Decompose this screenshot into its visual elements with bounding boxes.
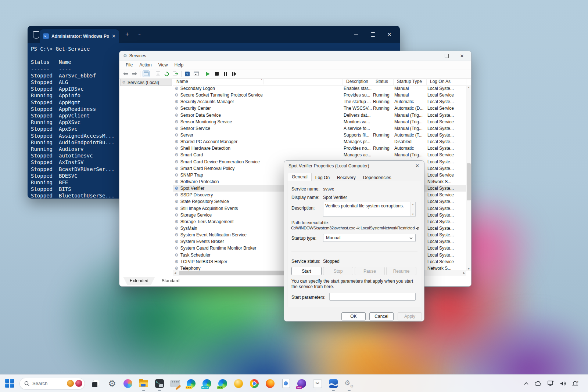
service-logon-cell: Local Service xyxy=(427,119,466,124)
service-row[interactable]: ⚙Shell Hardware DetectionProvides no...R… xyxy=(173,145,466,152)
terminal-tab[interactable]: >_ Administrator: Windows Powe ✕ xyxy=(40,29,119,43)
start-button[interactable]: Start xyxy=(291,267,322,275)
tab-standard[interactable]: Standard xyxy=(155,277,186,285)
terminal-titlebar[interactable]: >_ Administrator: Windows Powe ✕ + ⌄ ✕ xyxy=(28,26,400,43)
search-highlight-fruit-icon-2[interactable] xyxy=(75,380,82,387)
service-status-cell: Running xyxy=(372,99,394,104)
start-service-icon[interactable] xyxy=(205,71,211,77)
menu-file[interactable]: File xyxy=(122,62,136,68)
firefox-icon[interactable] xyxy=(265,379,275,388)
column-header-description[interactable]: Description xyxy=(343,78,372,85)
service-row[interactable]: ⚙Smart CardManages ac...Manual (Trig...L… xyxy=(173,152,466,158)
refresh-icon[interactable] xyxy=(164,71,170,77)
chrome-icon[interactable] xyxy=(250,379,259,388)
start-parameters-input[interactable] xyxy=(329,293,416,301)
tab-dropdown-icon[interactable]: ⌄ xyxy=(138,32,141,36)
ok-button[interactable]: OK xyxy=(341,312,366,320)
edge-canary-icon[interactable]: CAN xyxy=(186,379,196,388)
edge-beta-icon[interactable]: BETA xyxy=(202,379,212,388)
vertical-scrollbar[interactable]: ▲ ▼ xyxy=(466,85,471,271)
description-field[interactable]: Verifies potential file system corruptio… xyxy=(323,202,416,217)
notifications-dnd-icon[interactable]: z xyxy=(572,381,578,386)
back-icon[interactable] xyxy=(122,71,129,77)
volume-icon[interactable] xyxy=(560,381,566,386)
services-maximize-button[interactable] xyxy=(439,51,454,61)
service-gear-icon: ⚙ xyxy=(175,92,179,98)
service-row[interactable]: ⚙Shared PC Account ManagerManages pr...D… xyxy=(173,138,466,145)
services-app-icon[interactable]: ⚙⚙ xyxy=(344,379,354,388)
services-close-button[interactable]: ✕ xyxy=(454,51,470,61)
properties-icon[interactable] xyxy=(155,71,161,77)
service-logon-cell: Local Syste... xyxy=(427,253,466,258)
scroll-down-icon[interactable]: ▼ xyxy=(466,268,471,270)
terminal-icon[interactable]: >_ xyxy=(155,379,164,388)
description-scrollbar[interactable]: ▲▼ xyxy=(410,202,415,216)
edge-dev-icon[interactable]: DEV xyxy=(218,379,227,388)
start-button[interactable] xyxy=(5,379,14,388)
export-list-icon[interactable] xyxy=(172,71,179,77)
onedrive-cloud-icon[interactable] xyxy=(534,381,542,386)
tab-dependencies[interactable]: Dependencies xyxy=(359,174,395,181)
chrome-canary-icon[interactable] xyxy=(234,379,243,388)
service-name-text: AssignedAccessM... xyxy=(59,133,115,139)
scroll-left-icon[interactable]: ◀ xyxy=(174,272,176,275)
menu-help[interactable]: Help xyxy=(171,62,187,68)
column-header-status[interactable]: Status xyxy=(372,78,394,85)
photos-app-icon[interactable] xyxy=(329,379,338,388)
help-icon[interactable]: ? xyxy=(184,71,190,77)
browser-pre-release-icon[interactable]: PRE xyxy=(297,379,306,388)
service-row[interactable]: ⚙Secure Socket Tunneling Protocol Servic… xyxy=(173,92,466,98)
scroll-right-icon[interactable]: ▶ xyxy=(463,272,465,275)
tab-general[interactable]: General xyxy=(288,173,312,181)
service-row[interactable]: ⚙Security CenterThe WSCSV...RunningAutom… xyxy=(173,105,466,112)
forward-icon[interactable] xyxy=(131,71,137,77)
file-explorer-icon[interactable] xyxy=(139,379,148,388)
terminal-minimize-button[interactable] xyxy=(348,26,365,43)
service-row[interactable]: ⚙Secondary LogonEnables star...ManualLoc… xyxy=(173,85,466,92)
startup-type-dropdown[interactable]: Manual xyxy=(323,234,416,242)
tab-close-icon[interactable]: ✕ xyxy=(112,34,116,39)
vertical-scroll-thumb[interactable] xyxy=(467,163,471,200)
stop-service-icon[interactable] xyxy=(214,71,220,77)
show-hide-pane-icon[interactable] xyxy=(193,71,199,77)
service-status-text: Stopped xyxy=(31,166,59,173)
search-box[interactable]: Search xyxy=(19,378,85,389)
html-document-icon[interactable] xyxy=(281,379,291,388)
services-minimize-button[interactable] xyxy=(423,51,439,61)
service-name-text: BITS xyxy=(59,186,71,192)
service-row[interactable]: ⚙Security Accounts ManagerThe startup ..… xyxy=(173,98,466,105)
dialog-titlebar[interactable]: Spot Verifier Properties (Local Computer… xyxy=(284,161,424,171)
service-row[interactable]: ⚙Sensor Monitoring ServiceMonitors va...… xyxy=(173,119,466,125)
network-icon[interactable] xyxy=(548,381,554,386)
admin-tools-icon[interactable] xyxy=(171,379,180,388)
service-row[interactable]: ⚙ServerSupports fil...RunningAutomatic (… xyxy=(173,132,466,138)
dialog-close-button[interactable]: ✕ xyxy=(415,163,419,168)
settings-icon[interactable]: ⚙ xyxy=(107,379,117,388)
menu-action[interactable]: Action xyxy=(136,62,155,68)
task-view-icon[interactable] xyxy=(92,379,101,388)
terminal-maximize-button[interactable] xyxy=(365,26,381,43)
service-description-cell: Enables star... xyxy=(343,86,372,91)
service-row[interactable]: ⚙Sensor Data ServiceDelivers dat...Manua… xyxy=(173,112,466,119)
tab-extended[interactable]: Extended xyxy=(123,277,155,285)
menu-view[interactable]: View xyxy=(155,62,171,68)
new-tab-button[interactable]: + xyxy=(125,30,129,38)
cancel-button[interactable]: Cancel xyxy=(369,312,394,320)
services-titlebar[interactable]: ⚙ Services ✕ xyxy=(119,51,471,61)
pause-service-icon[interactable] xyxy=(222,71,229,77)
column-header-logon-as[interactable]: Log On As xyxy=(427,78,466,85)
service-logon-cell: Local Service xyxy=(427,173,466,178)
tab-log-on[interactable]: Log On xyxy=(312,174,333,181)
service-row[interactable]: ⚙Sensor ServiceA service fo...Manual (Tr… xyxy=(173,125,466,132)
console-root-icon[interactable] xyxy=(143,71,149,77)
terminal-close-button[interactable]: ✕ xyxy=(381,26,398,43)
tree-item-services-local[interactable]: ⚙ Services (Local) xyxy=(120,79,172,86)
tab-recovery[interactable]: Recovery xyxy=(333,174,359,181)
scroll-up-icon[interactable]: ▲ xyxy=(466,86,471,88)
copilot-icon[interactable] xyxy=(123,379,133,388)
search-highlight-fruit-icon[interactable] xyxy=(67,380,74,387)
restart-service-icon[interactable] xyxy=(231,71,237,77)
snipping-tool-icon[interactable]: ✂ xyxy=(313,379,322,388)
column-header-startup-type[interactable]: Startup Type xyxy=(394,78,427,85)
tray-chevron-up-icon[interactable] xyxy=(524,382,528,385)
